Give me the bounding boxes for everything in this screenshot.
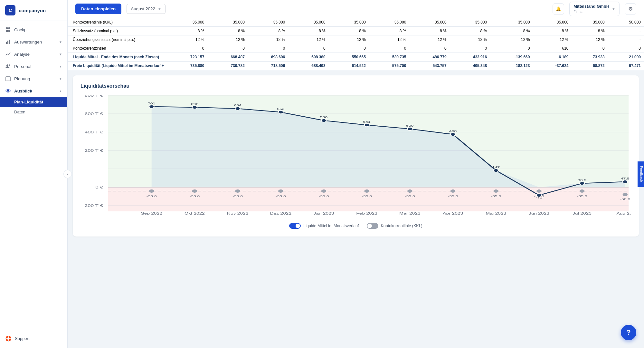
gear-icon: ⚙ bbox=[628, 6, 633, 12]
table-row: Freie Liquidität (Liquide Mittel im Mona… bbox=[68, 62, 644, 70]
svg-text:-35.0: -35.0 bbox=[190, 195, 200, 198]
sidebar-logo: C companyon bbox=[0, 0, 67, 21]
eye-icon bbox=[5, 88, 11, 94]
chevron-down-icon-2: ▼ bbox=[59, 53, 62, 56]
settings-button[interactable]: ⚙ bbox=[625, 3, 636, 15]
svg-text:Mär 2023: Mär 2023 bbox=[399, 212, 421, 215]
notifications-button[interactable]: 🔔 bbox=[553, 3, 564, 15]
table-cell: 8 % bbox=[207, 27, 248, 35]
logo-icon: C bbox=[5, 5, 15, 15]
sidebar-item-personal-label: Personal bbox=[14, 64, 31, 69]
table-cell: 486.779 bbox=[409, 53, 450, 62]
table-cell: 614.522 bbox=[329, 62, 369, 70]
table-cell: 8 % bbox=[572, 27, 608, 35]
feedback-label: Feedback bbox=[640, 166, 644, 182]
svg-text:47.5: 47.5 bbox=[621, 177, 630, 180]
svg-point-57 bbox=[192, 106, 197, 109]
month-selector-arrow: ▼ bbox=[158, 7, 161, 11]
chevron-down-icon-4: ▼ bbox=[59, 77, 62, 81]
svg-text:Nov 2022: Nov 2022 bbox=[227, 212, 249, 215]
svg-text:-35.0: -35.0 bbox=[405, 195, 415, 198]
sidebar-subitem-plan-liquiditaet[interactable]: Plan-Liquidität bbox=[0, 97, 67, 107]
svg-point-33 bbox=[235, 189, 240, 193]
chevron-down-icon: ▼ bbox=[59, 40, 62, 44]
table-cell: 12 % bbox=[533, 35, 572, 44]
svg-text:-200 T €: -200 T € bbox=[83, 204, 103, 208]
sidebar-subitem-daten[interactable]: Daten bbox=[0, 107, 67, 117]
legend-toggle-liquide[interactable] bbox=[289, 223, 301, 229]
table-cell: 12 % bbox=[329, 35, 369, 44]
table-cell: 21.009 bbox=[608, 53, 644, 62]
table-cell: 97.471 bbox=[608, 62, 644, 70]
users-icon bbox=[5, 63, 11, 69]
table-cell: 0 bbox=[288, 44, 328, 53]
svg-text:600 T €: 600 T € bbox=[85, 112, 103, 116]
feedback-button[interactable]: Feedback bbox=[638, 161, 644, 187]
svg-text:653: 653 bbox=[277, 107, 285, 111]
main-area: Daten einspielen August 2022 ▼ 🔔 Mittels… bbox=[68, 0, 644, 348]
table-row: Sollzinssatz (nominal p.a.)8 %8 %8 %8 %8… bbox=[68, 27, 644, 35]
table-cell: 8 % bbox=[533, 27, 572, 35]
sidebar-item-auswertungen[interactable]: Auswertungen ▼ bbox=[0, 36, 67, 48]
svg-point-58 bbox=[235, 107, 240, 110]
svg-text:Sep 2022: Sep 2022 bbox=[141, 212, 162, 215]
table-cell: 8 % bbox=[490, 27, 533, 35]
sidebar-item-analyse[interactable]: Analyse ▼ bbox=[0, 48, 67, 60]
table-cell: 12 % bbox=[450, 35, 490, 44]
sidebar-item-support[interactable]: 🛟 Support bbox=[5, 333, 62, 344]
svg-text:-35.0: -35.0 bbox=[448, 195, 458, 198]
svg-point-63 bbox=[450, 133, 456, 136]
svg-text:-50.0: -50.0 bbox=[620, 198, 630, 201]
table-cell: 12 % bbox=[288, 35, 328, 44]
user-name: Mittelstand GmbH bbox=[573, 4, 609, 9]
svg-point-64 bbox=[494, 169, 499, 172]
month-selector-value: August 2022 bbox=[131, 6, 155, 11]
help-button[interactable]: ? bbox=[621, 325, 636, 340]
table-cell: 433.916 bbox=[450, 53, 490, 62]
table-row-label: Liquide Mittel - Ende des Monats (nach Z… bbox=[68, 53, 167, 62]
sidebar-item-ausblick[interactable]: Ausblick ▲ bbox=[0, 85, 67, 97]
table-cell: 575.700 bbox=[369, 62, 409, 70]
table-cell: 718.506 bbox=[248, 62, 288, 70]
table-cell: 12 % bbox=[490, 35, 533, 44]
table-cell: 0 bbox=[490, 44, 533, 53]
legend-item-liquide: Liquide Mittel im Monatsverlauf bbox=[289, 223, 359, 229]
table-cell: 73.933 bbox=[572, 53, 608, 62]
svg-text:460: 460 bbox=[449, 130, 457, 133]
table-cell: 182.123 bbox=[490, 62, 533, 70]
chart-bar-icon bbox=[5, 39, 11, 45]
svg-point-60 bbox=[321, 119, 327, 122]
table-cell: 608.380 bbox=[288, 53, 328, 62]
table-cell: 35.000 bbox=[288, 18, 328, 27]
user-chevron-icon: ▼ bbox=[612, 7, 615, 11]
svg-rect-3 bbox=[8, 30, 10, 32]
sidebar-item-cockpit[interactable]: Cockpit bbox=[0, 24, 67, 36]
svg-rect-9 bbox=[6, 77, 10, 81]
sidebar-item-personal[interactable]: Personal ▼ bbox=[0, 60, 67, 72]
table-row: Überziehungszinssatz (nominal p.a.)12 %1… bbox=[68, 35, 644, 44]
svg-point-39 bbox=[494, 189, 499, 193]
table-cell: 35.000 bbox=[409, 18, 450, 27]
svg-point-67 bbox=[623, 180, 628, 183]
table-cell: -37.624 bbox=[533, 62, 572, 70]
svg-text:580: 580 bbox=[320, 116, 328, 119]
sidebar-footer: 🛟 Support bbox=[0, 329, 67, 348]
table-cell: 0 bbox=[409, 44, 450, 53]
sidebar-collapse-button[interactable]: ‹ bbox=[63, 170, 72, 178]
sidebar-item-planung[interactable]: Planung ▼ bbox=[0, 72, 67, 85]
svg-text:147: 147 bbox=[492, 166, 500, 169]
table-cell: 12 % bbox=[167, 35, 207, 44]
table-cell: 35.000 bbox=[167, 18, 207, 27]
svg-text:Dez 2022: Dez 2022 bbox=[270, 212, 292, 215]
svg-point-42 bbox=[623, 193, 628, 196]
daten-einspielen-button[interactable]: Daten einspielen bbox=[75, 4, 121, 14]
table-row-label: Kontokorrentzinsen bbox=[68, 44, 167, 53]
svg-text:-35.0: -35.0 bbox=[491, 195, 501, 198]
table-cell: 12 % bbox=[248, 35, 288, 44]
table-cell: 8 % bbox=[167, 27, 207, 35]
user-menu-button[interactable]: Mittelstand GmbH Firma ▼ bbox=[569, 2, 620, 16]
table-cell: 35.000 bbox=[450, 18, 490, 27]
legend-toggle-kkl[interactable] bbox=[367, 223, 378, 229]
table-cell: 8 % bbox=[369, 27, 409, 35]
month-selector[interactable]: August 2022 ▼ bbox=[127, 4, 166, 14]
